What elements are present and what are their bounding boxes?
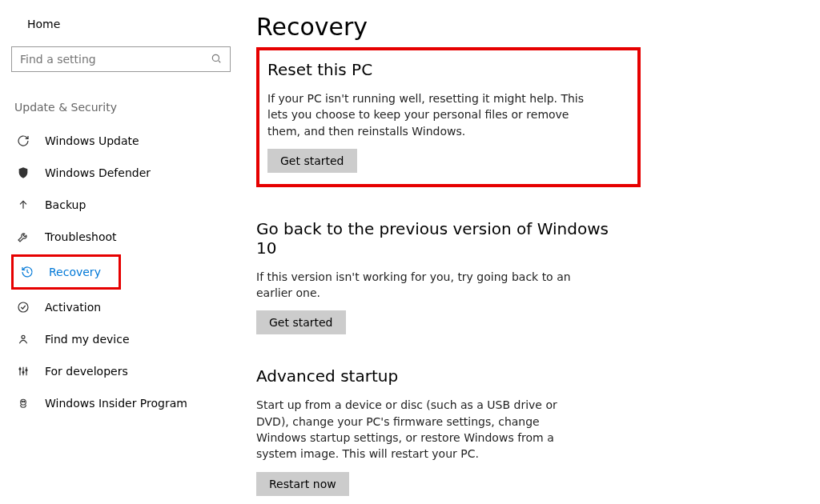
sidebar-item-troubleshoot[interactable]: Troubleshoot xyxy=(11,221,231,253)
svg-point-2 xyxy=(18,302,28,312)
sidebar-item-for-developers[interactable]: For developers xyxy=(11,355,231,387)
svg-point-5 xyxy=(22,371,24,373)
svg-point-9 xyxy=(24,401,25,402)
search-icon xyxy=(211,52,222,67)
sliders-icon xyxy=(16,364,30,378)
section-go-back: Go back to the previous version of Windo… xyxy=(256,219,625,335)
section-title-advanced: Advanced startup xyxy=(256,366,625,386)
svg-point-1 xyxy=(212,54,219,61)
section-title-reset: Reset this PC xyxy=(267,60,629,79)
category-label: Update & Security xyxy=(11,101,231,114)
search-input[interactable] xyxy=(11,46,231,72)
sidebar-item-label: Activation xyxy=(45,301,101,314)
sidebar-item-find-my-device[interactable]: Find my device xyxy=(11,323,231,355)
section-title-goback: Go back to the previous version of Windo… xyxy=(256,219,625,258)
sidebar-item-label: Recovery xyxy=(49,266,101,278)
get-started-goback-button[interactable]: Get started xyxy=(256,310,346,334)
sidebar-item-recovery[interactable]: Recovery xyxy=(15,258,117,286)
sync-icon xyxy=(16,134,30,148)
sidebar-item-label: For developers xyxy=(45,365,128,378)
svg-point-3 xyxy=(22,335,25,338)
sidebar-item-label: Windows Defender xyxy=(45,166,151,179)
section-body-reset: If your PC isn't running well, resetting… xyxy=(267,90,604,139)
sidebar-item-label: Troubleshoot xyxy=(45,230,117,243)
svg-point-6 xyxy=(26,370,27,371)
sidebar-item-label: Backup xyxy=(45,198,86,211)
sidebar-item-activation[interactable]: Activation xyxy=(11,291,231,323)
sidebar-item-label: Windows Insider Program xyxy=(45,397,187,410)
check-circle-icon xyxy=(16,300,30,314)
sidebar-item-label: Windows Update xyxy=(45,134,139,147)
sidebar-item-backup[interactable]: Backup xyxy=(11,189,231,221)
section-advanced-startup: Advanced startup Start up from a device … xyxy=(256,366,625,495)
main-content: Recovery Reset this PC If your PC isn't … xyxy=(240,0,820,504)
history-icon xyxy=(20,265,34,279)
section-body-goback: If this version isn't working for you, t… xyxy=(256,269,593,302)
insider-icon xyxy=(16,396,30,410)
page-title: Recovery xyxy=(256,13,812,41)
wrench-icon xyxy=(16,230,30,244)
section-body-advanced: Start up from a device or disc (such as … xyxy=(256,397,593,462)
search-field[interactable] xyxy=(20,53,211,66)
svg-point-8 xyxy=(22,401,22,402)
sidebar: Home Update & Security Windows Update Wi… xyxy=(0,0,240,504)
upload-arrow-icon xyxy=(16,198,30,212)
sidebar-item-label: Find my device xyxy=(45,333,130,346)
shield-icon xyxy=(16,166,30,180)
get-started-reset-button[interactable]: Get started xyxy=(267,149,357,173)
sidebar-nav: Windows Update Windows Defender Backup T… xyxy=(11,125,231,419)
highlight-box-reset: Reset this PC If your PC isn't running w… xyxy=(256,47,641,187)
svg-point-4 xyxy=(19,368,21,370)
home-label: Home xyxy=(27,18,60,30)
svg-point-7 xyxy=(21,399,26,405)
sidebar-item-windows-defender[interactable]: Windows Defender xyxy=(11,157,231,189)
sidebar-item-windows-update[interactable]: Windows Update xyxy=(11,125,231,157)
location-icon xyxy=(16,332,30,346)
sidebar-item-windows-insider[interactable]: Windows Insider Program xyxy=(11,387,231,419)
sidebar-home[interactable]: Home xyxy=(11,13,231,35)
restart-now-button[interactable]: Restart now xyxy=(256,472,349,496)
highlight-box-sidebar: Recovery xyxy=(11,254,121,290)
